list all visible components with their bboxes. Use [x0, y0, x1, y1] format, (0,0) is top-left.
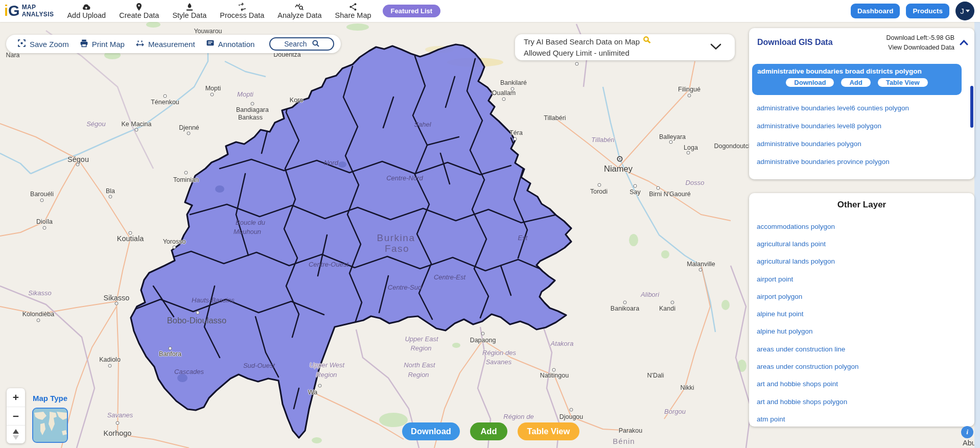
chevron-down-icon — [966, 10, 970, 12]
printer-icon — [80, 39, 88, 49]
search-icon — [312, 39, 320, 49]
nav-item-add-upload[interactable]: Add Upload — [67, 3, 106, 19]
triangle-up-icon — [13, 429, 19, 434]
annotation-button[interactable]: Annotation — [206, 39, 255, 49]
other-layer-item[interactable]: agricultural lands polygon — [749, 253, 974, 270]
other-layer-item[interactable]: areas under construction polygon — [749, 358, 974, 375]
search-input[interactable]: Search — [269, 37, 334, 51]
zoom-controls: + − — [7, 388, 25, 443]
process-arrows-icon — [238, 3, 247, 11]
other-layer-item[interactable]: areas under construction line — [749, 340, 974, 358]
scrollbar-thumb[interactable] — [970, 86, 973, 128]
other-layer-list: accommodations polygonagricultural lands… — [749, 218, 974, 427]
save-zoom-button[interactable]: Save Zoom — [17, 39, 69, 49]
zoom-out-button[interactable]: − — [7, 407, 25, 425]
gis-layer-list: administrative boundaries level6 countie… — [749, 99, 974, 171]
other-layer-item[interactable]: alpine hut polygon — [749, 323, 974, 340]
annotation-label: Annotation — [218, 40, 255, 49]
other-layer-item[interactable]: art and hobbie shops point — [749, 375, 974, 393]
other-layer-item[interactable]: accommodations polygon — [749, 218, 974, 235]
compass-control[interactable] — [7, 425, 25, 443]
analyze-chart-icon — [295, 3, 304, 11]
selected-layer-name: administrative boundaries broad district… — [757, 67, 956, 75]
comment-icon — [206, 39, 215, 49]
other-layer-item[interactable]: airport polygon — [749, 288, 974, 305]
nav-label: Process Data — [220, 11, 264, 19]
gis-layer-item[interactable]: administrative boundaries polygon — [749, 135, 974, 153]
download-left-text: Download Left:-5.98 GB — [886, 33, 954, 43]
ink-drop-icon — [185, 3, 194, 11]
ruler-icon — [135, 39, 145, 49]
nav-label: Create Data — [119, 11, 159, 19]
gis-layer-item[interactable]: administrative boundaries level8 polygon — [749, 117, 974, 135]
logo-g: G — [8, 3, 20, 19]
nav-item-process-data[interactable]: Process Data — [220, 3, 264, 19]
layer-download-button[interactable]: Download — [786, 78, 834, 87]
ai-search-title: Try AI Based Search Data on Map — [524, 36, 640, 48]
nav-label: Add Upload — [67, 11, 106, 19]
map-type-thumbnail[interactable] — [32, 408, 68, 443]
download-button[interactable]: Download — [402, 422, 460, 440]
nav-item-create-data[interactable]: Create Data — [119, 3, 159, 19]
other-layer-item[interactable]: agricultural lands point — [749, 235, 974, 252]
view-downloaded-link[interactable]: View Downloaded Data — [886, 43, 954, 53]
location-pin-icon — [135, 3, 143, 11]
measurement-label: Measurement — [148, 40, 195, 49]
world-minimap-icon — [33, 409, 68, 443]
nav-item-analyze-data[interactable]: Analyze Data — [277, 3, 321, 19]
nav-label: Analyze Data — [277, 11, 321, 19]
other-layer-title: Other Layer — [749, 200, 974, 210]
logo-line1: MAP — [22, 4, 54, 11]
map-toolbar: Save Zoom Print Map Measurement Annotati… — [6, 35, 341, 53]
zoom-in-button[interactable]: + — [7, 388, 25, 407]
download-gis-data-panel: Download GIS Data Download Left:-5.98 GB… — [749, 28, 974, 179]
info-button[interactable]: i — [961, 426, 973, 438]
other-layer-panel: Other Layer accommodations polygonagricu… — [749, 193, 974, 427]
other-layer-item[interactable]: airport point — [749, 270, 974, 288]
map-action-buttons: Download Add Table View — [402, 422, 579, 440]
logo-i: i — [4, 3, 8, 19]
nav-label: Style Data — [172, 11, 206, 19]
avatar-initial: J — [960, 7, 964, 15]
chevron-down-icon[interactable] — [710, 43, 721, 52]
table-view-button[interactable]: Table View — [518, 422, 579, 440]
gis-panel-title: Download GIS Data — [757, 33, 833, 53]
save-zoom-icon — [17, 39, 26, 49]
search-label: Search — [284, 40, 307, 48]
layer-table-view-button[interactable]: Table View — [878, 78, 928, 87]
nav-item-share-map[interactable]: Share Map — [335, 3, 371, 19]
top-navbar: iG MAPANALYSIS Add Upload Create Data St… — [0, 0, 980, 22]
app-logo: iG MAPANALYSIS — [4, 4, 54, 18]
measurement-button[interactable]: Measurement — [135, 39, 195, 49]
print-map-button[interactable]: Print Map — [80, 39, 125, 49]
gis-layer-item[interactable]: administrative boundaries level6 countie… — [749, 99, 974, 117]
map-type-label: Map Type — [33, 394, 67, 403]
selected-layer-card[interactable]: administrative boundaries broad district… — [752, 64, 962, 95]
featured-list-button[interactable]: Featured List — [383, 5, 441, 17]
gis-layer-item[interactable]: administrative boundaries province polyg… — [749, 153, 974, 171]
triangle-down-icon — [13, 435, 19, 440]
products-button[interactable]: Products — [906, 4, 949, 18]
main-nav: Add Upload Create Data Style Data Proces… — [67, 3, 371, 19]
share-nodes-icon — [349, 3, 357, 11]
other-layer-item[interactable]: art and hobbie shops polygon — [749, 393, 974, 410]
layer-add-button[interactable]: Add — [841, 78, 870, 87]
chevron-up-icon[interactable] — [960, 33, 968, 53]
ai-query-limit: Allowed Query Limit - unlimited — [524, 48, 651, 59]
edge-strip — [974, 22, 980, 448]
gold-magnifier-icon — [643, 36, 651, 48]
nav-item-style-data[interactable]: Style Data — [172, 3, 206, 19]
other-layer-item[interactable]: atm point — [749, 410, 974, 427]
user-avatar[interactable]: J — [955, 2, 974, 20]
other-layer-item[interactable]: alpine hut point — [749, 305, 974, 322]
add-button[interactable]: Add — [470, 422, 507, 440]
dashboard-button[interactable]: Dashboard — [851, 4, 900, 18]
cloud-upload-icon — [81, 3, 91, 11]
ai-search-box[interactable]: Try AI Based Search Data on Map Allowed … — [515, 34, 735, 60]
logo-line2: ANALYSIS — [22, 11, 54, 18]
save-zoom-label: Save Zoom — [30, 40, 69, 49]
print-map-label: Print Map — [92, 40, 125, 49]
nav-label: Share Map — [335, 11, 371, 19]
